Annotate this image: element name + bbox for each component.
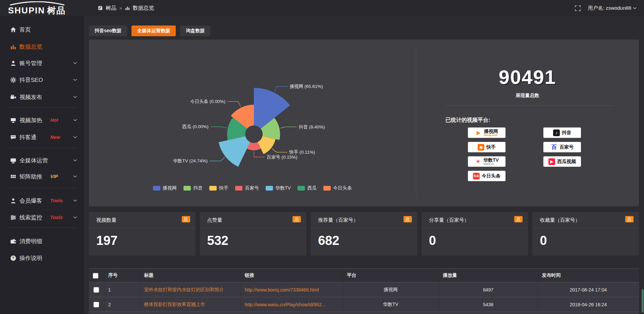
- user-icon: [10, 60, 16, 66]
- legend-item[interactable]: 百家号: [235, 185, 259, 191]
- tab-omnimedia-data[interactable]: 全媒体运营数据: [131, 25, 176, 36]
- sidebar-item-lead-monitor[interactable]: 线索监控 Tools: [0, 212, 84, 222]
- row-platform: 华数TV: [343, 297, 439, 312]
- stat-card-likes: 点赞量 总 532: [200, 212, 307, 256]
- sidebar-item-video-heat[interactable]: 视频加热 Hot: [0, 115, 84, 125]
- row-checkbox[interactable]: [94, 302, 99, 307]
- legend-item[interactable]: 华数TV: [266, 185, 291, 191]
- video-camera-icon: [10, 94, 16, 100]
- sidebar: 首页 数据总览 账号管理 抖音SEO 视频发布 视频加热 Hot: [0, 16, 84, 314]
- pie-label: 西瓜 (0.00%): [182, 124, 208, 129]
- chevron-down-icon: [73, 62, 77, 64]
- new-badge: New: [50, 135, 60, 140]
- pie-label: 播视网 (65.61%): [290, 84, 323, 89]
- stat-value: 532: [207, 233, 228, 248]
- user-menu[interactable]: 用户名: zswodun88: [588, 5, 637, 11]
- chart-mini-icon: [125, 6, 130, 10]
- total-badge: 总: [625, 216, 634, 222]
- scrollbar-thumb[interactable]: [642, 289, 644, 313]
- sidebar-item-member-burst[interactable]: 会员爆客 Tools: [0, 196, 84, 206]
- sidebar-divider: [7, 188, 77, 188]
- sidebar-item-doketong[interactable]: 抖客通 New: [0, 132, 84, 142]
- breadcrumb-root[interactable]: 树品: [106, 5, 116, 12]
- legend-swatch: [209, 186, 217, 191]
- sidebar-divider: [7, 227, 77, 228]
- sidebar-item-spend-detail[interactable]: 消费明细: [0, 236, 84, 246]
- sidebar-item-omnimedia[interactable]: 全媒体运营: [0, 155, 84, 165]
- row-url-link[interactable]: http://www.boosj.com/7338468.html: [240, 282, 343, 297]
- stat-card-shares: 分享量（百家号） 总 0: [422, 212, 528, 256]
- chevron-down-icon: [73, 175, 77, 178]
- pie-slice[interactable]: [258, 136, 275, 154]
- summary-section: 90491 展现量总数 已统计的视频平台: ▶ 播视网boosj.com ♪ 抖…: [416, 40, 639, 206]
- total-badge: 总: [404, 216, 412, 222]
- legend-swatch: [298, 186, 305, 191]
- sidebar-item-data-overview[interactable]: 数据总览: [0, 42, 84, 52]
- fullscreen-icon[interactable]: [575, 5, 581, 11]
- total-badge: 总: [514, 216, 523, 222]
- site-icon: [98, 6, 103, 10]
- tab-inquiry-data[interactable]: 询盘数据: [180, 25, 210, 36]
- platform-badge-kuaishou: ◉ 快手: [468, 142, 505, 152]
- wasu-logo-icon: ✳: [475, 158, 481, 165]
- sidebar-item-video-publish[interactable]: 视频发布: [0, 92, 84, 102]
- pie-label-line: [210, 157, 225, 161]
- toutiao-logo-icon: 头条: [473, 173, 480, 179]
- row-time: 2018-04-26 16:24: [538, 297, 639, 312]
- pie-label: 华数TV (24.74%): [173, 158, 208, 163]
- pie-slice[interactable]: [219, 136, 250, 167]
- help-icon: ?: [10, 255, 16, 261]
- table-header-row: 序号 标题 链接 平台 播放量 发布时间: [89, 269, 639, 282]
- legend-item[interactable]: 播视网: [153, 185, 177, 191]
- row-url-link[interactable]: http://www.wasu.cn/Play/show/id/952...: [240, 297, 343, 312]
- pie-label-line: [280, 127, 297, 128]
- legend-item[interactable]: 西瓜: [298, 185, 317, 191]
- pie-label-line: [272, 149, 287, 152]
- select-all-checkbox[interactable]: [93, 273, 98, 278]
- table-row: 1 室外水纹灯和室内水纹灯的区别和简介 http://www.boosj.com…: [89, 282, 639, 297]
- row-seq: 2: [104, 297, 140, 312]
- platform-badge-wasu: ✳ 华数TVwasu.cn: [468, 156, 505, 167]
- kuaishou-logo-icon: ◉: [478, 144, 484, 151]
- chevron-down-icon: [73, 96, 77, 98]
- stat-value: 197: [96, 233, 117, 248]
- chevron-down-icon: [73, 159, 77, 162]
- screen-icon: [10, 117, 16, 123]
- stat-value: 0: [429, 233, 436, 248]
- chevron-down-icon: [73, 136, 77, 139]
- overview-panel: 播视网 (65.61%)抖音 (9.40%)快手 (0.11%)百家号 (0.1…: [89, 40, 639, 206]
- hot-badge: Hot: [50, 117, 58, 123]
- baijiahao-logo-icon: 百: [551, 144, 557, 151]
- platform-share-pie-chart: 播视网 (65.61%)抖音 (9.40%)快手 (0.11%)百家号 (0.1…: [89, 40, 416, 206]
- sidebar-item-home[interactable]: 首页: [0, 24, 84, 35]
- pie-label-line: [211, 127, 227, 128]
- legend-item[interactable]: 今日头条: [323, 185, 352, 191]
- row-title-link[interactable]: 楼体投影灯投影效果震撼上市: [140, 297, 240, 312]
- person-icon: [10, 198, 16, 204]
- sidebar-item-account[interactable]: 账号管理: [0, 58, 84, 68]
- douyin-logo-icon: ♪: [553, 129, 560, 136]
- sidebar-item-matrix-boost[interactable]: 矩阵助推 VIP: [0, 171, 84, 181]
- stat-value: 682: [318, 233, 339, 248]
- username-label: 用户名: zswodun88: [588, 5, 631, 11]
- tab-douyin-seo-data[interactable]: 抖音seo数据: [89, 25, 127, 36]
- pie-label-line: [274, 87, 287, 92]
- legend-swatch: [235, 186, 243, 191]
- xigua-logo-icon: ▶: [548, 158, 555, 165]
- total-badge: 总: [292, 216, 301, 222]
- legend-item[interactable]: 快手: [209, 185, 228, 191]
- sidebar-item-douyin-seo[interactable]: 抖音SEO: [0, 75, 84, 85]
- sidebar-item-help[interactable]: ? 操作说明: [0, 253, 84, 263]
- topbar: SHUPIN树品 树品 > 数据总览 用户名: zswodun88: [0, 0, 644, 16]
- row-checkbox[interactable]: [94, 287, 99, 293]
- legend-item[interactable]: 抖音: [183, 185, 203, 191]
- chevron-down-icon: [633, 7, 637, 9]
- stat-card-video-count: 视频数量 总 197: [89, 212, 196, 256]
- sidebar-divider: [7, 148, 77, 148]
- tools-badge: Tools: [50, 198, 63, 203]
- logo-suffix: 树品: [47, 5, 66, 15]
- platform-badge-baijiahao: 百 百家号: [543, 142, 581, 152]
- platform-badge-xigua: ▶ 西瓜视频: [543, 156, 581, 167]
- row-title-link[interactable]: 室外水纹灯和室内水纹灯的区别和简介: [140, 282, 240, 297]
- legend-swatch: [153, 186, 160, 191]
